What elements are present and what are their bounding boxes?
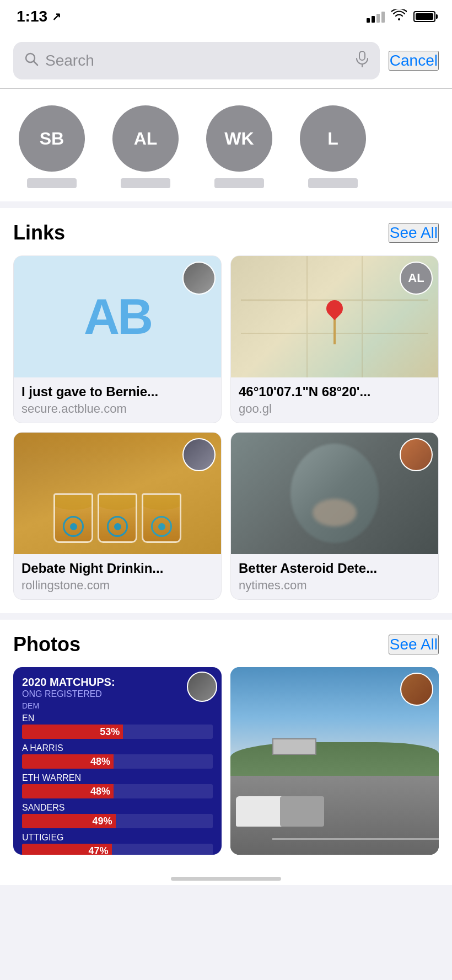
home-indicator <box>171 877 281 881</box>
link-card-map[interactable]: AL 46°10'07.1"N 68°20'... goo.gl <box>230 255 439 423</box>
location-arrow-icon: ↗ <box>52 10 61 23</box>
link-card-debate[interactable]: Debate Night Drinkin... rollingstone.com <box>13 432 222 600</box>
link-card-asteroid-image <box>231 433 438 554</box>
link-card-asteroid[interactable]: Better Asteroid Dete... nytimes.com <box>230 432 439 600</box>
links-header: Links See All <box>13 221 439 244</box>
link-card-actblue-info: I just gave to Bernie... secure.actblue.… <box>14 377 221 423</box>
link-card-actblue-avatar <box>182 262 216 295</box>
link-card-asteroid-info: Better Asteroid Dete... nytimes.com <box>231 554 438 599</box>
poll-bar-sanders: SANDERS 49% <box>22 803 213 828</box>
contact-name-sb <box>27 178 77 188</box>
photos-section: Photos See All 2020 MATCHUPS: ONG REGIST… <box>0 620 452 868</box>
links-see-all-button[interactable]: See All <box>389 223 439 243</box>
photos-title: Photos <box>13 633 80 656</box>
contact-avatar-wk: WK <box>206 105 272 172</box>
photos-grid: 2020 MATCHUPS: ONG REGISTERED DEM EN 53%… <box>13 667 439 855</box>
photos-header: Photos See All <box>13 633 439 656</box>
section-separator-2 <box>0 613 452 620</box>
actblue-logo: AB <box>84 292 151 342</box>
status-time: 1:13 ↗ <box>17 8 61 25</box>
link-card-debate-info: Debate Night Drinkin... rollingstone.com <box>14 554 221 599</box>
contact-name-wk <box>214 178 264 188</box>
search-section: Search Cancel <box>0 33 452 88</box>
status-bar: 1:13 ↗ <box>0 0 452 33</box>
poll-photo-avatar <box>187 672 217 702</box>
link-card-actblue[interactable]: AB I just gave to Bernie... secure.actbl… <box>13 255 222 423</box>
contact-al[interactable]: AL <box>112 105 179 188</box>
contact-avatar-sb: SB <box>19 105 85 172</box>
contact-wk[interactable]: WK <box>206 105 272 188</box>
poll-subtitle: ONG REGISTERED <box>22 689 213 699</box>
contacts-row: SB AL WK L <box>13 105 439 188</box>
link-card-debate-title: Debate Night Drinkin... <box>21 561 213 576</box>
signal-icon <box>367 10 385 23</box>
link-card-actblue-image: AB <box>14 256 221 377</box>
contact-l[interactable]: L <box>300 105 366 188</box>
photos-see-all-button[interactable]: See All <box>389 635 439 654</box>
link-card-map-avatar: AL <box>400 262 433 295</box>
contacts-section: SB AL WK L <box>0 89 452 201</box>
link-card-debate-domain: rollingstone.com <box>21 578 213 593</box>
microphone-icon[interactable] <box>356 51 369 71</box>
highway-photo-avatar <box>400 673 433 706</box>
link-card-debate-avatar <box>182 438 216 471</box>
search-icon <box>24 52 39 70</box>
links-grid: AB I just gave to Bernie... secure.actbl… <box>13 255 439 600</box>
highway-photo-bg <box>230 667 439 855</box>
cancel-button[interactable]: Cancel <box>389 51 439 71</box>
svg-rect-2 <box>359 51 365 60</box>
svg-line-1 <box>34 61 37 65</box>
search-bar[interactable]: Search <box>13 42 380 79</box>
photo-poll[interactable]: 2020 MATCHUPS: ONG REGISTERED DEM EN 53%… <box>13 667 222 855</box>
link-card-map-image: AL <box>231 256 438 377</box>
search-placeholder: Search <box>45 52 349 70</box>
photo-highway[interactable] <box>230 667 439 855</box>
link-card-asteroid-title: Better Asteroid Dete... <box>239 561 431 576</box>
poll-bar-harris: A HARRIS 48% <box>22 743 213 769</box>
contact-name-l <box>308 178 358 188</box>
links-section: Links See All AB I just gave to Bernie..… <box>0 208 452 613</box>
status-icons <box>367 9 435 24</box>
poll-bar-buttigieg: UTTIGIEG 47% <box>22 833 213 855</box>
contact-name-al <box>121 178 170 188</box>
link-card-asteroid-avatar <box>400 438 433 471</box>
link-card-asteroid-domain: nytimes.com <box>239 578 431 593</box>
contact-avatar-al: AL <box>112 105 179 172</box>
poll-dem-label: DEM <box>22 701 213 710</box>
link-card-actblue-domain: secure.actblue.com <box>21 402 213 416</box>
contact-avatar-l: L <box>300 105 366 172</box>
link-card-map-title: 46°10'07.1"N 68°20'... <box>239 384 431 400</box>
poll-bar-en: EN 53% <box>22 713 213 739</box>
poll-bar-warren: ETH WARREN 48% <box>22 773 213 798</box>
link-card-debate-image <box>14 433 221 554</box>
battery-icon <box>413 11 435 22</box>
time-display: 1:13 <box>17 8 47 25</box>
link-card-map-info: 46°10'07.1"N 68°20'... goo.gl <box>231 377 438 423</box>
poll-photo-bg: 2020 MATCHUPS: ONG REGISTERED DEM EN 53%… <box>13 667 222 855</box>
link-card-map-domain: goo.gl <box>239 402 431 416</box>
contact-sb[interactable]: SB <box>19 105 85 188</box>
section-separator-1 <box>0 201 452 208</box>
link-card-actblue-title: I just gave to Bernie... <box>21 384 213 400</box>
poll-title: 2020 MATCHUPS: <box>22 676 213 688</box>
home-indicator-wrap <box>0 868 452 885</box>
wifi-icon <box>391 9 407 24</box>
links-title: Links <box>13 221 65 244</box>
